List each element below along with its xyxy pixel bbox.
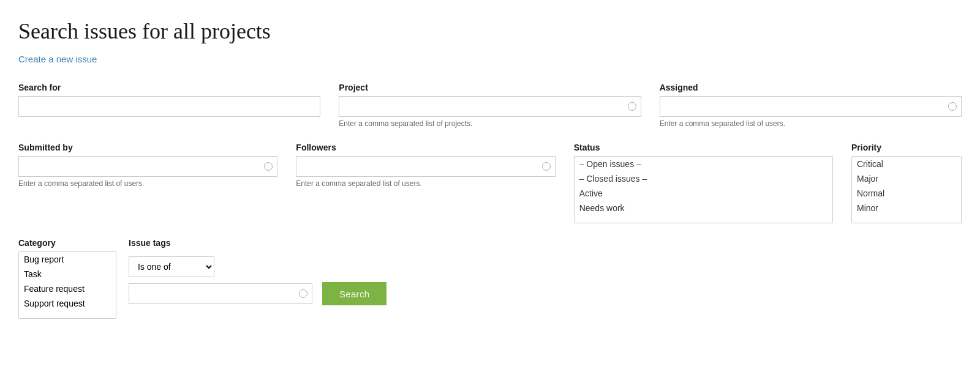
followers-input-wrapper bbox=[296, 156, 555, 177]
priority-group: Priority CriticalMajorNormalMinor bbox=[851, 143, 962, 223]
assigned-group: Assigned Enter a comma separated list of… bbox=[660, 83, 962, 128]
row1-grid: Search for Project Enter a comma separat… bbox=[18, 83, 962, 128]
assigned-label: Assigned bbox=[660, 83, 962, 92]
priority-listbox[interactable]: CriticalMajorNormalMinor bbox=[851, 156, 962, 223]
submitted-by-input-wrapper bbox=[18, 156, 277, 177]
assigned-hint: Enter a comma separated list of users. bbox=[660, 119, 962, 128]
category-group: Category Bug reportTaskFeature requestSu… bbox=[18, 238, 116, 319]
category-label: Category bbox=[18, 238, 116, 248]
assigned-input-wrapper bbox=[660, 96, 962, 117]
submitted-by-input[interactable] bbox=[18, 156, 277, 177]
status-listbox[interactable]: – Open issues –– Closed issues –ActiveNe… bbox=[574, 156, 833, 223]
create-new-issue-link[interactable]: Create a new issue bbox=[18, 54, 97, 64]
search-for-label: Search for bbox=[18, 83, 320, 92]
search-button[interactable]: Search bbox=[322, 282, 386, 305]
priority-label: Priority bbox=[851, 143, 962, 152]
followers-label: Followers bbox=[296, 143, 555, 152]
project-input[interactable] bbox=[339, 96, 641, 117]
project-input-wrapper bbox=[339, 96, 641, 117]
search-for-input[interactable] bbox=[18, 96, 320, 117]
row3-container: Category Bug reportTaskFeature requestSu… bbox=[18, 238, 962, 319]
followers-input[interactable] bbox=[296, 156, 555, 177]
submitted-by-group: Submitted by Enter a comma separated lis… bbox=[18, 143, 277, 188]
page-title: Search issues for all projects bbox=[18, 18, 962, 44]
issue-tags-value-input[interactable] bbox=[129, 283, 312, 304]
project-label: Project bbox=[339, 83, 641, 92]
project-group: Project Enter a comma separated list of … bbox=[339, 83, 641, 128]
category-listbox[interactable]: Bug reportTaskFeature requestSupport req… bbox=[18, 251, 116, 319]
issue-tags-group: Issue tags Is one ofIs not one of Search bbox=[129, 238, 386, 305]
tags-bottom-row: Search bbox=[129, 282, 386, 305]
status-group: Status – Open issues –– Closed issues –A… bbox=[574, 143, 833, 223]
submitted-by-hint: Enter a comma separated list of users. bbox=[18, 179, 277, 188]
project-hint: Enter a comma separated list of projects… bbox=[339, 119, 641, 128]
row2-grid: Submitted by Enter a comma separated lis… bbox=[18, 143, 962, 223]
issue-tags-operator-select[interactable]: Is one ofIs not one of bbox=[129, 256, 214, 277]
tags-input-wrapper bbox=[129, 283, 312, 304]
tags-row: Is one ofIs not one of bbox=[129, 256, 386, 277]
status-label: Status bbox=[574, 143, 833, 152]
assigned-input[interactable] bbox=[660, 96, 962, 117]
search-for-group: Search for bbox=[18, 83, 320, 128]
followers-group: Followers Enter a comma separated list o… bbox=[296, 143, 555, 188]
submitted-by-label: Submitted by bbox=[18, 143, 277, 152]
followers-hint: Enter a comma separated list of users. bbox=[296, 179, 555, 188]
issue-tags-label: Issue tags bbox=[129, 238, 386, 248]
